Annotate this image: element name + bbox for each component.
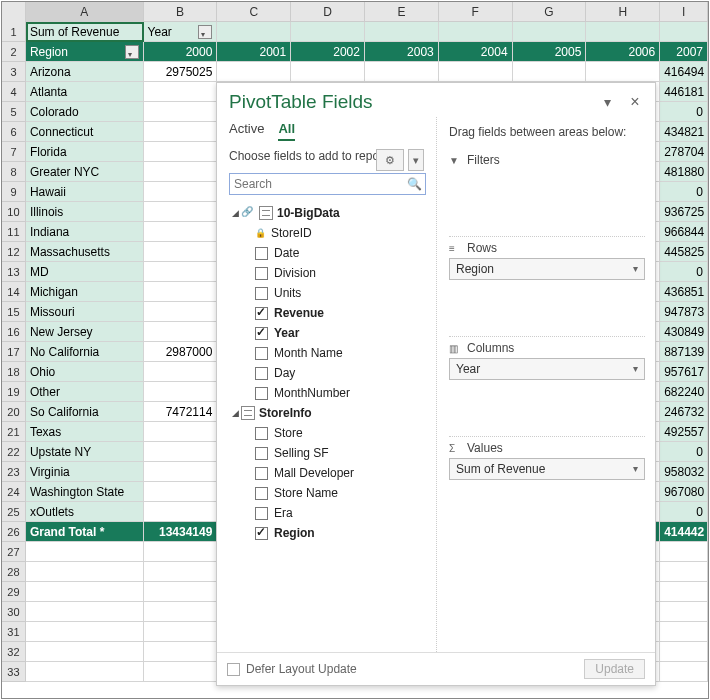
region-5[interactable]: Greater NYC	[26, 162, 144, 182]
region-2-2007[interactable]: 0	[660, 102, 708, 122]
field-day[interactable]: Day	[229, 363, 426, 383]
empty-r32-c0[interactable]	[26, 642, 144, 662]
region-13-2000[interactable]	[144, 322, 218, 342]
col-year-2007[interactable]: 2007	[660, 42, 708, 62]
empty-r27-c1[interactable]	[144, 542, 218, 562]
region-17[interactable]: So California	[26, 402, 144, 422]
col-H[interactable]: H	[586, 2, 660, 22]
region-11[interactable]: Michigan	[26, 282, 144, 302]
region-15[interactable]: Ohio	[26, 362, 144, 382]
field-mall-developer[interactable]: Mall Developer	[229, 463, 426, 483]
tab-active[interactable]: Active	[229, 121, 264, 141]
cell-r3-c5[interactable]	[439, 62, 513, 82]
region-18-2007[interactable]: 492557	[660, 422, 708, 442]
col-year-2002[interactable]: 2002	[291, 42, 365, 62]
region-4[interactable]: Florida	[26, 142, 144, 162]
region-4-2007[interactable]: 278704	[660, 142, 708, 162]
region-3-2000[interactable]	[144, 122, 218, 142]
region-15-2000[interactable]	[144, 362, 218, 382]
field-checkbox[interactable]	[255, 387, 268, 400]
row-16[interactable]: 16	[2, 322, 26, 342]
row-18[interactable]: 18	[2, 362, 26, 382]
cell-r1-c8[interactable]	[660, 22, 708, 42]
region-18-2000[interactable]	[144, 422, 218, 442]
field-month-name[interactable]: Month Name	[229, 343, 426, 363]
close-icon[interactable]: ×	[627, 93, 643, 111]
region-5-2007[interactable]: 481880	[660, 162, 708, 182]
region-20-2000[interactable]	[144, 462, 218, 482]
field-checkbox[interactable]	[255, 487, 268, 500]
empty-r33-c0[interactable]	[26, 662, 144, 682]
col-year-2000[interactable]: 2000	[144, 42, 218, 62]
region-17-2000[interactable]: 7472114	[144, 402, 218, 422]
field-selling-sf[interactable]: Selling SF	[229, 443, 426, 463]
col-A[interactable]: A	[26, 2, 144, 22]
row-2[interactable]: 2	[2, 42, 26, 62]
empty-r32-c1[interactable]	[144, 642, 218, 662]
row-1[interactable]: 1	[2, 22, 26, 42]
table-0[interactable]: 10-BigData	[277, 206, 340, 220]
empty-r29-c1[interactable]	[144, 582, 218, 602]
field-checkbox[interactable]	[255, 307, 268, 320]
field-checkbox[interactable]	[255, 327, 268, 340]
region-10-2000[interactable]	[144, 262, 218, 282]
region-20[interactable]: Virginia	[26, 462, 144, 482]
row-13[interactable]: 13	[2, 262, 26, 282]
empty-r29-c8[interactable]	[660, 582, 708, 602]
region-18[interactable]: Texas	[26, 422, 144, 442]
values-drop-zone[interactable]	[449, 480, 645, 520]
grand-total-2007[interactable]: 414442	[660, 522, 708, 542]
empty-r33-c8[interactable]	[660, 662, 708, 682]
row-7[interactable]: 7	[2, 142, 26, 162]
row-6[interactable]: 6	[2, 122, 26, 142]
region-16[interactable]: Other	[26, 382, 144, 402]
cell-sum-revenue[interactable]: Sum of Revenue	[26, 22, 144, 42]
cell-year-label[interactable]: Year	[144, 22, 218, 42]
search-box[interactable]: 🔍	[229, 173, 426, 195]
cell-r1-c5[interactable]	[439, 22, 513, 42]
field-store[interactable]: Store	[229, 423, 426, 443]
field-division[interactable]: Division	[229, 263, 426, 283]
row-10[interactable]: 10	[2, 202, 26, 222]
search-icon[interactable]: 🔍	[403, 174, 425, 194]
defer-checkbox[interactable]	[227, 663, 240, 676]
region-7[interactable]: Illinois	[26, 202, 144, 222]
table-1[interactable]: StoreInfo	[259, 406, 312, 420]
row-21[interactable]: 21	[2, 422, 26, 442]
region-12-2007[interactable]: 947873	[660, 302, 708, 322]
row-33[interactable]: 33	[2, 662, 26, 682]
empty-r29-c0[interactable]	[26, 582, 144, 602]
region-14[interactable]: No California	[26, 342, 144, 362]
row-9[interactable]: 9	[2, 182, 26, 202]
region-2[interactable]: Colorado	[26, 102, 144, 122]
update-button[interactable]: Update	[584, 659, 645, 679]
region-6-2007[interactable]: 0	[660, 182, 708, 202]
region-21-2007[interactable]: 967080	[660, 482, 708, 502]
cell-r1-c7[interactable]	[586, 22, 660, 42]
row-4[interactable]: 4	[2, 82, 26, 102]
region-9-2007[interactable]: 445825	[660, 242, 708, 262]
field-checkbox[interactable]	[255, 287, 268, 300]
empty-r30-c8[interactable]	[660, 602, 708, 622]
col-year-2001[interactable]: 2001	[217, 42, 291, 62]
row-26[interactable]: 26	[2, 522, 26, 542]
region-14-2000[interactable]: 2987000	[144, 342, 218, 362]
col-F[interactable]: F	[439, 2, 513, 22]
region-12[interactable]: Missouri	[26, 302, 144, 322]
col-year-2004[interactable]: 2004	[439, 42, 513, 62]
region-22-2007[interactable]: 0	[660, 502, 708, 522]
field-revenue[interactable]: Revenue	[229, 303, 426, 323]
field-year[interactable]: Year	[229, 323, 426, 343]
year-filter-dropdown[interactable]	[198, 25, 212, 39]
region-22-2000[interactable]	[144, 502, 218, 522]
rows-drop-item[interactable]: Region▾	[449, 258, 645, 280]
col-G[interactable]: G	[513, 2, 587, 22]
gear-icon[interactable]: ⚙	[376, 149, 404, 171]
empty-r31-c8[interactable]	[660, 622, 708, 642]
field-checkbox[interactable]	[255, 247, 268, 260]
pane-menu-icon[interactable]: ▾	[599, 94, 615, 110]
empty-r30-c0[interactable]	[26, 602, 144, 622]
row-23[interactable]: 23	[2, 462, 26, 482]
cell-r3-c3[interactable]	[291, 62, 365, 82]
col-D[interactable]: D	[291, 2, 365, 22]
